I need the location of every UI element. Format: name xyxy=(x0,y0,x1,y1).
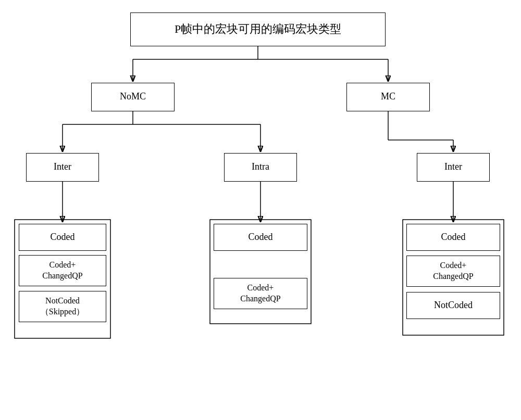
inter2-node: Inter xyxy=(417,153,490,182)
connector-lines xyxy=(10,7,511,413)
nomc-node: NoMC xyxy=(91,83,175,111)
inter1-node: Inter xyxy=(26,153,99,182)
coded3-node: Coded xyxy=(406,224,500,251)
coded1-node: Coded xyxy=(19,224,106,251)
coded-changedqp2-node: Coded+ ChangedQP xyxy=(214,278,307,309)
diagram: P帧中的宏块可用的编码宏块类型 NoMC MC Inter Intra Inte… xyxy=(10,7,511,413)
root-node: P帧中的宏块可用的编码宏块类型 xyxy=(130,12,386,46)
mc-node: MC xyxy=(346,83,430,111)
coded2-node: Coded xyxy=(214,224,307,251)
notcoded-skipped-node: NotCoded （Skipped） xyxy=(19,291,106,322)
notcoded-node: NotCoded xyxy=(406,292,500,319)
coded-changedqp1-node: Coded+ ChangedQP xyxy=(19,255,106,286)
coded-changedqp3-node: Coded+ ChangedQP xyxy=(406,256,500,287)
intra-node: Intra xyxy=(224,153,297,182)
